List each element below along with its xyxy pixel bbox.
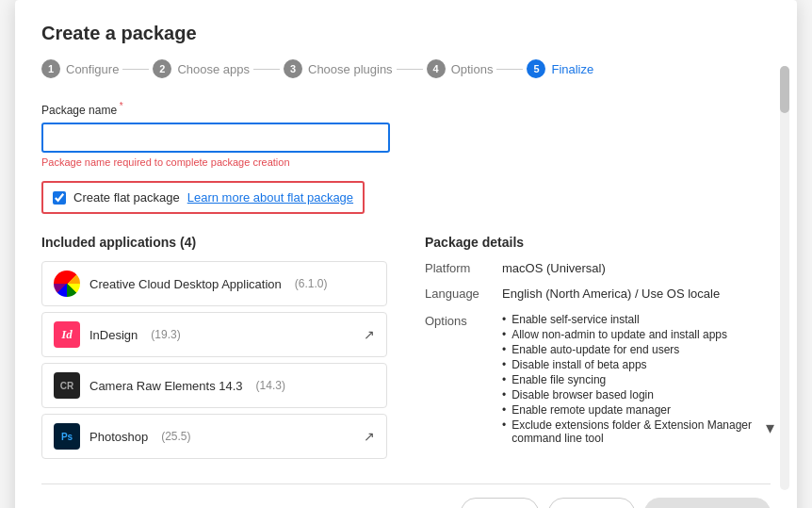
detail-language-val: English (North America) / Use OS locale	[502, 287, 720, 301]
option-item-4: Enable file syncing	[502, 372, 771, 387]
app-name-id: InDesign	[89, 328, 138, 342]
package-name-hint: Package name required to complete packag…	[41, 156, 771, 168]
step-label-choose-plugins: Choose plugins	[308, 62, 393, 76]
step-choose-plugins: 3 Choose plugins	[284, 59, 393, 78]
modal-footer: Cancel Previous Create package	[41, 483, 771, 508]
step-sep-1	[122, 69, 149, 70]
option-item-5: Disable browser based login	[502, 387, 771, 402]
flat-package-label: Create flat package	[73, 190, 180, 205]
app-item-cc: Creative Cloud Desktop Application (6.1.…	[41, 261, 387, 306]
option-item-3: Disable install of beta apps	[502, 357, 771, 372]
app-icon-cc	[54, 270, 80, 297]
app-item-cr: CR Camera Raw Elements 14.3 (14.3)	[41, 363, 387, 408]
step-num-5: 5	[527, 59, 545, 78]
app-item-ps: Ps Photoshop (25.5) ↗	[41, 414, 387, 459]
option-item-7: Exclude extensions folder & Extension Ma…	[502, 418, 771, 446]
step-sep-2	[253, 69, 280, 70]
app-icon-cr: CR	[54, 372, 80, 399]
app-name-cc: Creative Cloud Desktop Application	[89, 277, 282, 291]
step-label-choose-apps: Choose apps	[177, 62, 250, 76]
included-apps-title: Included applications (4)	[41, 235, 387, 250]
option-item-0: Enable self-service install	[502, 312, 771, 327]
app-icon-id: Id	[54, 321, 80, 348]
detail-language-row: Language English (North America) / Use O…	[425, 287, 771, 301]
app-version-cc: (6.1.0)	[295, 277, 328, 290]
package-details-title: Package details	[425, 235, 771, 250]
app-name-ps: Photoshop	[89, 430, 148, 444]
step-label-configure: Configure	[66, 62, 119, 76]
app-version-cr: (14.3)	[256, 379, 285, 392]
scroll-thumb[interactable]	[780, 66, 789, 113]
app-name-cr: Camera Raw Elements 14.3	[89, 379, 243, 393]
external-link-icon-id[interactable]: ↗	[364, 327, 375, 342]
step-sep-4	[496, 69, 523, 70]
package-details-section: Package details Platform macOS (Universa…	[425, 235, 771, 465]
step-label-options: Options	[451, 62, 494, 76]
step-label-finalize: Finalize	[551, 62, 593, 76]
package-name-label: Package name *	[41, 101, 771, 117]
included-apps-section: Included applications (4) Creative Cloud…	[41, 235, 387, 465]
detail-platform-row: Platform macOS (Universal)	[425, 261, 771, 275]
detail-language-key: Language	[425, 287, 491, 301]
step-finalize: 5 Finalize	[527, 59, 593, 78]
step-options: 4 Options	[427, 59, 494, 78]
step-num-2: 2	[153, 59, 171, 78]
previous-button[interactable]: Previous	[548, 498, 636, 508]
flat-package-checkbox[interactable]	[53, 191, 66, 205]
content-columns: Included applications (4) Creative Cloud…	[41, 235, 771, 465]
package-name-input[interactable]	[41, 123, 390, 153]
options-dropdown-arrow[interactable]: ▾	[766, 418, 774, 438]
step-num-3: 3	[284, 59, 302, 78]
scroll-track	[780, 66, 789, 490]
step-configure: 1 Configure	[41, 59, 119, 78]
option-item-6: Enable remote update manager	[502, 402, 771, 418]
options-list: Enable self-service install Allow non-ad…	[502, 312, 771, 446]
step-choose-apps: 2 Choose apps	[153, 59, 250, 78]
detail-options-row: Options Enable self-service install Allo…	[425, 312, 771, 446]
stepper: 1 Configure 2 Choose apps 3 Choose plugi…	[41, 59, 771, 78]
app-icon-ps: Ps	[54, 423, 80, 450]
detail-platform-key: Platform	[425, 261, 491, 275]
flat-package-row: Create flat package Learn more about fla…	[41, 181, 365, 214]
app-version-id: (19.3)	[151, 328, 180, 341]
detail-options-key: Options	[425, 312, 491, 446]
option-item-2: Enable auto-update for end users	[502, 342, 771, 357]
create-package-button[interactable]: Create package	[644, 498, 771, 508]
external-link-icon-ps[interactable]: ↗	[364, 429, 375, 444]
modal-title: Create a package	[41, 23, 771, 44]
create-package-modal: Create a package 1 Configure 2 Choose ap…	[15, 0, 797, 508]
flat-package-link[interactable]: Learn more about flat package	[187, 190, 353, 205]
cancel-button[interactable]: Cancel	[461, 498, 538, 508]
detail-platform-val: macOS (Universal)	[502, 261, 606, 275]
step-sep-3	[397, 69, 423, 70]
app-version-ps: (25.5)	[161, 430, 190, 443]
step-num-4: 4	[427, 59, 446, 78]
app-item-id: Id InDesign (19.3) ↗	[41, 312, 387, 357]
option-item-1: Allow non-admin to update and install ap…	[502, 327, 771, 342]
step-num-1: 1	[41, 59, 60, 78]
